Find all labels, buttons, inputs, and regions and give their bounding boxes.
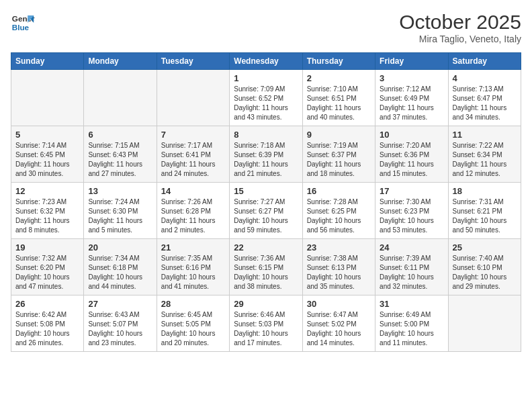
calendar-cell: 24Sunrise: 7:39 AMSunset: 6:11 PMDayligh… bbox=[375, 239, 448, 295]
calendar-week-5: 26Sunrise: 6:42 AMSunset: 5:08 PMDayligh… bbox=[11, 295, 521, 352]
calendar-cell: 13Sunrise: 7:24 AMSunset: 6:30 PMDayligh… bbox=[84, 183, 157, 239]
day-info: Sunrise: 7:15 AMSunset: 6:43 PMDaylight:… bbox=[88, 141, 152, 179]
day-number: 17 bbox=[380, 186, 443, 196]
day-number: 21 bbox=[161, 242, 225, 253]
day-info: Sunrise: 7:19 AMSunset: 6:37 PMDaylight:… bbox=[307, 141, 371, 179]
day-info: Sunrise: 6:42 AMSunset: 5:08 PMDaylight:… bbox=[15, 310, 79, 348]
calendar-cell: 2Sunrise: 7:10 AMSunset: 6:51 PMDaylight… bbox=[302, 70, 375, 126]
day-info: Sunrise: 7:39 AMSunset: 6:11 PMDaylight:… bbox=[380, 254, 443, 291]
calendar-cell: 16Sunrise: 7:28 AMSunset: 6:25 PMDayligh… bbox=[302, 183, 375, 239]
day-number: 15 bbox=[234, 186, 298, 196]
day-number: 13 bbox=[88, 186, 152, 196]
day-number: 19 bbox=[15, 242, 79, 253]
calendar-cell: 19Sunrise: 7:32 AMSunset: 6:20 PMDayligh… bbox=[11, 239, 84, 295]
day-info: Sunrise: 7:26 AMSunset: 6:28 PMDaylight:… bbox=[161, 197, 225, 235]
day-number: 20 bbox=[88, 242, 152, 253]
day-header-thursday: Thursday bbox=[302, 53, 375, 70]
day-number: 11 bbox=[453, 130, 517, 140]
day-info: Sunrise: 7:20 AMSunset: 6:36 PMDaylight:… bbox=[380, 141, 443, 179]
day-number: 16 bbox=[307, 186, 371, 196]
day-header-wednesday: Wednesday bbox=[230, 53, 302, 70]
calendar-cell: 8Sunrise: 7:18 AMSunset: 6:39 PMDaylight… bbox=[230, 126, 302, 183]
day-number: 6 bbox=[88, 130, 152, 140]
day-info: Sunrise: 7:40 AMSunset: 6:10 PMDaylight:… bbox=[453, 254, 517, 291]
day-number: 28 bbox=[161, 299, 225, 309]
day-number: 7 bbox=[161, 130, 225, 140]
day-number: 29 bbox=[234, 299, 298, 309]
day-number: 31 bbox=[380, 299, 443, 309]
calendar-cell: 9Sunrise: 7:19 AMSunset: 6:37 PMDaylight… bbox=[302, 126, 375, 183]
day-number: 25 bbox=[453, 242, 517, 253]
calendar-cell bbox=[84, 70, 157, 126]
calendar-cell: 12Sunrise: 7:23 AMSunset: 6:32 PMDayligh… bbox=[11, 183, 84, 239]
calendar-week-2: 5Sunrise: 7:14 AMSunset: 6:45 PMDaylight… bbox=[11, 126, 521, 183]
location: Mira Taglio, Veneto, Italy bbox=[399, 34, 521, 44]
calendar-cell: 28Sunrise: 6:45 AMSunset: 5:05 PMDayligh… bbox=[157, 295, 229, 352]
logo: General Blue bbox=[11, 11, 35, 35]
day-number: 26 bbox=[15, 299, 79, 309]
day-info: Sunrise: 7:22 AMSunset: 6:34 PMDaylight:… bbox=[453, 141, 517, 179]
calendar-cell: 23Sunrise: 7:38 AMSunset: 6:13 PMDayligh… bbox=[302, 239, 375, 295]
calendar-cell bbox=[448, 295, 521, 352]
day-info: Sunrise: 7:27 AMSunset: 6:27 PMDaylight:… bbox=[234, 197, 298, 235]
day-info: Sunrise: 7:13 AMSunset: 6:47 PMDaylight:… bbox=[453, 85, 517, 122]
day-header-friday: Friday bbox=[375, 53, 448, 70]
calendar-week-1: 1Sunrise: 7:09 AMSunset: 6:52 PMDaylight… bbox=[11, 70, 521, 126]
calendar-cell bbox=[11, 70, 84, 126]
calendar-cell: 17Sunrise: 7:30 AMSunset: 6:23 PMDayligh… bbox=[375, 183, 448, 239]
day-number: 18 bbox=[453, 186, 517, 196]
calendar-cell: 21Sunrise: 7:35 AMSunset: 6:16 PMDayligh… bbox=[157, 239, 229, 295]
day-number: 14 bbox=[161, 186, 225, 196]
day-info: Sunrise: 7:14 AMSunset: 6:45 PMDaylight:… bbox=[15, 141, 79, 179]
day-info: Sunrise: 7:31 AMSunset: 6:21 PMDaylight:… bbox=[453, 197, 517, 235]
day-number: 3 bbox=[380, 73, 443, 83]
day-info: Sunrise: 7:24 AMSunset: 6:30 PMDaylight:… bbox=[88, 197, 152, 235]
day-number: 4 bbox=[453, 73, 517, 83]
day-number: 10 bbox=[380, 130, 443, 140]
calendar-cell: 10Sunrise: 7:20 AMSunset: 6:36 PMDayligh… bbox=[375, 126, 448, 183]
calendar-cell: 25Sunrise: 7:40 AMSunset: 6:10 PMDayligh… bbox=[448, 239, 521, 295]
calendar-cell: 5Sunrise: 7:14 AMSunset: 6:45 PMDaylight… bbox=[11, 126, 84, 183]
calendar-cell: 7Sunrise: 7:17 AMSunset: 6:41 PMDaylight… bbox=[157, 126, 229, 183]
logo-icon: General Blue bbox=[11, 11, 35, 35]
calendar-cell: 26Sunrise: 6:42 AMSunset: 5:08 PMDayligh… bbox=[11, 295, 84, 352]
day-info: Sunrise: 7:32 AMSunset: 6:20 PMDaylight:… bbox=[15, 254, 79, 291]
calendar-cell: 30Sunrise: 6:47 AMSunset: 5:02 PMDayligh… bbox=[302, 295, 375, 352]
day-number: 5 bbox=[15, 130, 79, 140]
calendar-cell: 29Sunrise: 6:46 AMSunset: 5:03 PMDayligh… bbox=[230, 295, 302, 352]
day-info: Sunrise: 7:30 AMSunset: 6:23 PMDaylight:… bbox=[380, 197, 443, 235]
day-header-saturday: Saturday bbox=[448, 53, 521, 70]
day-number: 2 bbox=[307, 73, 371, 83]
calendar-cell: 14Sunrise: 7:26 AMSunset: 6:28 PMDayligh… bbox=[157, 183, 229, 239]
day-info: Sunrise: 7:17 AMSunset: 6:41 PMDaylight:… bbox=[161, 141, 225, 179]
calendar-week-4: 19Sunrise: 7:32 AMSunset: 6:20 PMDayligh… bbox=[11, 239, 521, 295]
day-number: 27 bbox=[88, 299, 152, 309]
day-info: Sunrise: 6:46 AMSunset: 5:03 PMDaylight:… bbox=[234, 310, 298, 348]
day-info: Sunrise: 7:12 AMSunset: 6:49 PMDaylight:… bbox=[380, 85, 443, 122]
day-header-monday: Monday bbox=[84, 53, 157, 70]
day-header-sunday: Sunday bbox=[11, 53, 84, 70]
calendar-table: SundayMondayTuesdayWednesdayThursdayFrid… bbox=[11, 52, 521, 352]
day-info: Sunrise: 7:36 AMSunset: 6:15 PMDaylight:… bbox=[234, 254, 298, 291]
day-header-tuesday: Tuesday bbox=[157, 53, 229, 70]
calendar-cell: 1Sunrise: 7:09 AMSunset: 6:52 PMDaylight… bbox=[230, 70, 302, 126]
calendar-week-3: 12Sunrise: 7:23 AMSunset: 6:32 PMDayligh… bbox=[11, 183, 521, 239]
day-info: Sunrise: 6:49 AMSunset: 5:00 PMDaylight:… bbox=[380, 310, 443, 348]
calendar-cell: 22Sunrise: 7:36 AMSunset: 6:15 PMDayligh… bbox=[230, 239, 302, 295]
day-info: Sunrise: 7:38 AMSunset: 6:13 PMDaylight:… bbox=[307, 254, 371, 291]
calendar-cell: 31Sunrise: 6:49 AMSunset: 5:00 PMDayligh… bbox=[375, 295, 448, 352]
calendar-cell: 20Sunrise: 7:34 AMSunset: 6:18 PMDayligh… bbox=[84, 239, 157, 295]
day-info: Sunrise: 7:34 AMSunset: 6:18 PMDaylight:… bbox=[88, 254, 152, 291]
day-info: Sunrise: 6:43 AMSunset: 5:07 PMDaylight:… bbox=[88, 310, 152, 348]
calendar-cell: 27Sunrise: 6:43 AMSunset: 5:07 PMDayligh… bbox=[84, 295, 157, 352]
day-number: 1 bbox=[234, 73, 298, 83]
calendar-cell: 18Sunrise: 7:31 AMSunset: 6:21 PMDayligh… bbox=[448, 183, 521, 239]
calendar-cell: 4Sunrise: 7:13 AMSunset: 6:47 PMDaylight… bbox=[448, 70, 521, 126]
calendar-cell: 6Sunrise: 7:15 AMSunset: 6:43 PMDaylight… bbox=[84, 126, 157, 183]
calendar-cell: 15Sunrise: 7:27 AMSunset: 6:27 PMDayligh… bbox=[230, 183, 302, 239]
day-info: Sunrise: 7:28 AMSunset: 6:25 PMDaylight:… bbox=[307, 197, 371, 235]
calendar-cell: 3Sunrise: 7:12 AMSunset: 6:49 PMDaylight… bbox=[375, 70, 448, 126]
calendar-header-row: SundayMondayTuesdayWednesdayThursdayFrid… bbox=[11, 53, 521, 70]
month-title: October 2025 bbox=[399, 11, 521, 34]
day-number: 30 bbox=[307, 299, 371, 309]
